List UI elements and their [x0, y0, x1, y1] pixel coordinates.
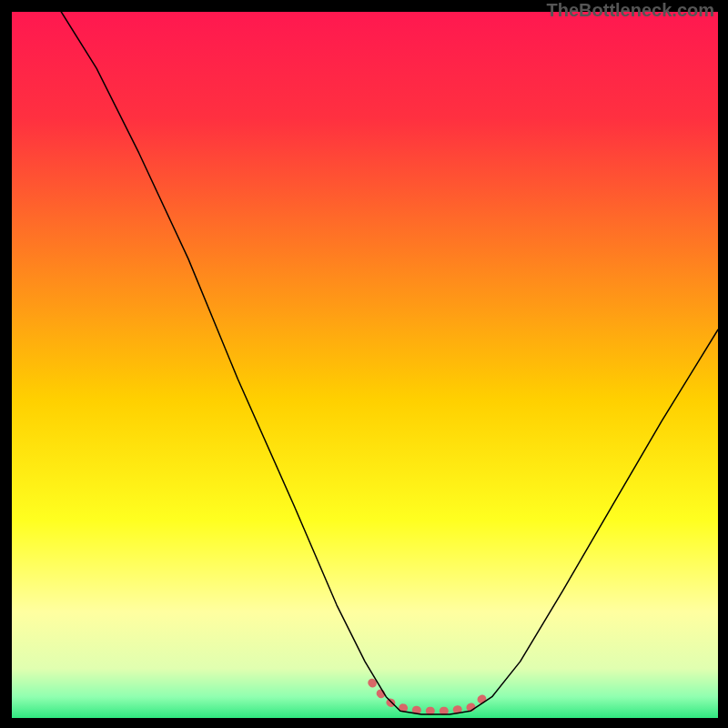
- bottleneck-chart: [12, 12, 718, 718]
- watermark-text: TheBottleneck.com: [547, 0, 714, 21]
- gradient-background: [12, 12, 718, 718]
- chart-container: TheBottleneck.com: [0, 0, 728, 728]
